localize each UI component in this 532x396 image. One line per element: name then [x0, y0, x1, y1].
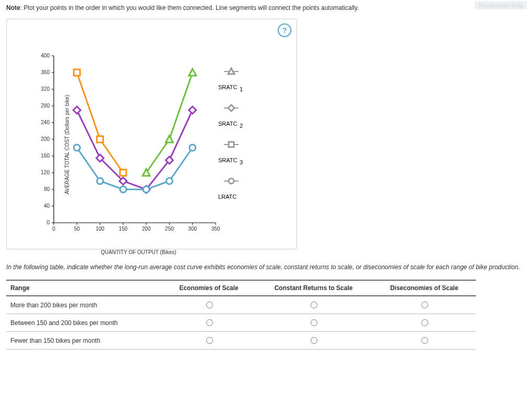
radio-cell	[163, 296, 254, 314]
note-text: Note: Plot your points in the order in w…	[6, 4, 526, 11]
svg-rect-42	[120, 170, 126, 176]
radio-cell	[255, 314, 372, 332]
svg-point-55	[143, 186, 149, 193]
svg-marker-50	[165, 136, 173, 142]
col-const: Constant Returns to Scale	[255, 280, 372, 296]
svg-point-57	[190, 145, 196, 151]
radio-cell	[372, 296, 476, 314]
chart-container: ? AVERAGE TOTAL COST (Dollars per bike) …	[6, 19, 297, 249]
row-range-label: Between 150 and 200 bikes per month	[6, 314, 163, 332]
svg-text:250: 250	[165, 226, 174, 232]
svg-point-54	[120, 186, 126, 193]
scale-radio[interactable]	[206, 337, 213, 344]
svg-point-56	[166, 178, 172, 184]
svg-rect-40	[74, 69, 80, 76]
svg-text:160: 160	[41, 153, 50, 159]
radio-cell	[255, 296, 372, 314]
svg-point-71	[229, 178, 234, 184]
scale-radio[interactable]	[206, 319, 213, 326]
scale-radio[interactable]	[421, 319, 428, 326]
svg-marker-51	[189, 69, 196, 76]
svg-text:80: 80	[44, 186, 50, 192]
scale-radio[interactable]	[421, 302, 428, 308]
help-button[interactable]: ?	[278, 23, 291, 37]
table-row: Between 150 and 200 bikes per month	[6, 314, 476, 332]
svg-text:SRATC: SRATC	[218, 84, 238, 90]
svg-text:400: 400	[41, 53, 50, 58]
svg-text:0: 0	[52, 226, 55, 232]
y-axis-label: AVERAGE TOTAL COST (Dollars per bike)	[64, 95, 70, 194]
svg-text:1: 1	[240, 86, 243, 92]
svg-text:150: 150	[119, 226, 128, 232]
svg-text:200: 200	[142, 226, 151, 232]
svg-marker-43	[73, 106, 80, 114]
col-disecon: Diseconomies of Scale	[372, 280, 476, 296]
svg-text:350: 350	[211, 226, 220, 232]
svg-text:300: 300	[188, 226, 197, 232]
rectangular-snip-badge: Rectangular Snip	[475, 1, 527, 9]
radio-cell	[372, 314, 476, 332]
svg-text:320: 320	[41, 86, 50, 92]
svg-text:50: 50	[74, 226, 80, 232]
table-row: More than 200 bikes per month	[6, 296, 476, 314]
scale-radio[interactable]	[206, 302, 213, 308]
svg-text:100: 100	[96, 226, 104, 232]
scale-radio[interactable]	[311, 337, 317, 344]
svg-text:240: 240	[41, 119, 50, 125]
scale-radio[interactable]	[421, 337, 428, 344]
svg-text:SRATC: SRATC	[218, 157, 238, 163]
question-text: In the following table, indicate whether…	[6, 262, 526, 272]
svg-text:120: 120	[41, 170, 50, 175]
scale-radio[interactable]	[311, 302, 317, 308]
svg-text:360: 360	[41, 69, 50, 75]
note-body: : Plot your points in the order in which…	[20, 4, 359, 11]
svg-text:280: 280	[41, 103, 50, 109]
svg-point-52	[74, 145, 80, 151]
svg-point-53	[97, 178, 103, 184]
svg-text:LRATC: LRATC	[218, 194, 237, 200]
svg-rect-41	[97, 136, 103, 142]
svg-rect-67	[229, 142, 234, 147]
radio-cell	[372, 332, 476, 350]
svg-text:SRATC: SRATC	[218, 121, 238, 127]
chart-area[interactable]: AVERAGE TOTAL COST (Dollars per bike) QU…	[33, 51, 283, 238]
note-prefix: Note	[6, 4, 20, 11]
svg-text:3: 3	[240, 159, 243, 165]
radio-cell	[255, 332, 372, 350]
row-range-label: Fewer than 150 bikes per month	[6, 332, 163, 350]
svg-marker-48	[189, 106, 196, 114]
table-row: Fewer than 150 bikes per month	[6, 332, 476, 350]
col-econ: Economies of Scale	[163, 280, 254, 296]
svg-text:40: 40	[44, 203, 50, 209]
col-range: Range	[6, 280, 163, 296]
radio-cell	[163, 314, 254, 332]
svg-text:200: 200	[41, 136, 50, 142]
chart-plot[interactable]: 0501001502002503003500408012016020024028…	[33, 51, 283, 238]
row-range-label: More than 200 bikes per month	[6, 296, 163, 314]
svg-marker-63	[228, 105, 234, 111]
svg-text:2: 2	[240, 123, 243, 129]
radio-cell	[163, 332, 254, 350]
svg-text:0: 0	[46, 220, 50, 225]
x-axis-label: QUANTITY OF OUTPUT (Bikes)	[101, 249, 176, 255]
scale-table: Range Economies of Scale Constant Return…	[6, 280, 476, 350]
scale-radio[interactable]	[311, 319, 317, 326]
svg-marker-59	[228, 68, 234, 74]
